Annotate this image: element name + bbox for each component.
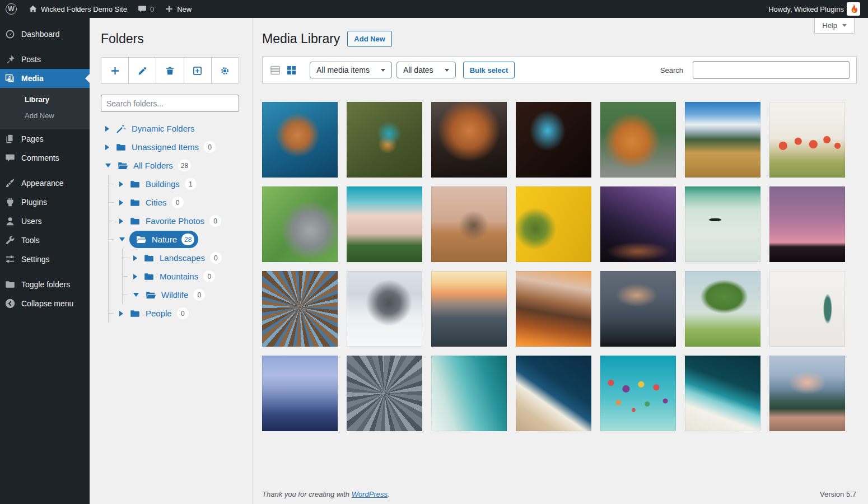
media-item-soaring-bird[interactable] [685,186,760,262]
media-item-blue-mountain-layers[interactable] [262,356,338,431]
sidebar-item-appearance[interactable]: Appearance [0,174,90,193]
media-item-ocean-shore-aerial[interactable] [516,356,591,431]
collapse-icon [4,298,16,309]
sidebar-item-pages[interactable]: Pages [0,129,90,148]
folder-node-nature[interactable]: Nature28 [101,230,252,249]
media-item-turquoise-wave[interactable] [431,356,507,431]
new-content-button[interactable]: New [161,0,195,18]
thanks-text: Thank you for creating with WordPress. [262,490,390,498]
folder-open-icon [117,160,128,171]
delete-folder-button[interactable] [156,58,184,83]
settings-icon [4,254,16,265]
date-filter[interactable]: All dates [396,62,456,78]
folder-settings-button[interactable] [212,58,239,83]
folder-node-buildings[interactable]: Buildings1 [101,175,252,193]
help-label: Help [822,21,837,30]
media-item-frosty-forest-aerial[interactable] [347,356,422,431]
expand-arrow-icon[interactable] [119,200,123,206]
tools-icon [4,235,16,246]
media-item-lone-tree[interactable] [685,271,760,347]
folder-node-wildlife[interactable]: Wildlife0 [101,286,252,304]
media-item-owl[interactable] [262,186,338,262]
folder-count-badge: 0 [209,215,221,227]
expand-arrow-icon[interactable] [119,181,123,187]
sidebar-item-tools[interactable]: Tools [0,231,90,250]
media-item-misty-fjord[interactable] [600,271,676,347]
media-item-beach-boat-aerial[interactable] [685,356,760,431]
home-icon [28,4,38,14]
sidebar-item-plugins[interactable]: Plugins [0,193,90,212]
list-view-icon[interactable] [269,64,281,76]
media-item-sea-turtle[interactable] [262,102,338,178]
media-item-canyon-river[interactable] [516,102,591,178]
media-item-pink-dusk[interactable] [769,186,845,262]
media-item-elephant[interactable] [431,186,507,262]
folder-node-cities[interactable]: Cities0 [101,193,252,212]
media-search-input[interactable] [693,61,850,79]
folder-node-dynamic-folders[interactable]: Dynamic Folders [101,119,252,138]
comments-shortcut[interactable]: 0 [134,0,157,18]
help-tab[interactable]: Help [814,18,855,34]
site-name-link[interactable]: Wicked Folders Demo Site [25,0,130,18]
folders-toolbar [101,57,239,84]
media-item-mountain-meadow[interactable] [685,102,760,178]
folder-node-mountains[interactable]: Mountains0 [101,267,252,286]
folders-panel-title: Folders [101,31,252,46]
folder-node-favorite-photos[interactable]: Favorite Photos0 [101,212,252,230]
media-item-sand-dune[interactable] [347,186,422,262]
sidebar-item-settings[interactable]: Settings [0,250,90,269]
folder-search-input[interactable] [101,95,239,112]
expand-arrow-icon[interactable] [105,126,109,132]
grid-view-icon[interactable] [286,64,297,76]
sidebar-item-collapse-menu[interactable]: Collapse menu [0,294,90,313]
sidebar-item-comments[interactable]: Comments [0,148,90,167]
sidebar-item-dashboard[interactable]: Dashboard [0,25,90,44]
media-item-orange-clouds[interactable] [516,271,591,347]
media-item-tiger[interactable] [600,102,676,178]
edit-folder-button[interactable] [129,58,156,83]
expand-arrow-icon[interactable] [133,274,137,279]
version-text: Version 5.7 [820,490,856,498]
media-item-fox[interactable] [431,102,507,178]
media-item-winter-forest-sunset[interactable] [431,271,507,347]
media-type-filter[interactable]: All media items [310,62,392,78]
media-item-hot-air-balloons[interactable] [600,356,676,431]
add-new-button[interactable]: Add New [347,31,392,47]
admin-sidebar: DashboardPostsMediaLibraryAdd NewPagesCo… [0,18,90,504]
add-folder-button[interactable] [101,58,129,83]
collapse-arrow-icon[interactable] [133,293,139,297]
expand-arrow-icon[interactable] [119,311,123,316]
wordpress-link[interactable]: WordPress [352,490,388,498]
wordpress-logo-icon[interactable]: W [6,3,17,15]
media-item-kingfisher[interactable] [347,102,422,178]
collapse-arrow-icon[interactable] [105,164,111,167]
folder-node-landscapes[interactable]: Landscapes0 [101,249,252,267]
media-item-sunflower[interactable] [516,186,591,262]
bulk-select-button[interactable]: Bulk select [463,62,515,78]
account-menu[interactable]: Howdy, Wicked Plugins [765,0,864,18]
expand-arrow-icon[interactable] [119,218,123,224]
expand-arrow-icon[interactable] [105,144,109,150]
media-item-poppy-field[interactable] [769,102,845,178]
media-toolbar: All media items All dates Bulk select Se… [262,57,857,83]
media-item-mountain-peak-clouds[interactable] [347,271,422,347]
sidebar-item-users[interactable]: Users [0,212,90,231]
sidebar-item-posts[interactable]: Posts [0,50,90,69]
folder-node-people[interactable]: People0 [101,304,252,323]
folder-node-unassigned-items[interactable]: Unassigned Items0 [101,138,252,156]
media-item-milky-way-church[interactable] [600,186,676,262]
sidebar-subitem-library[interactable]: Library [0,91,90,108]
sidebar-subitem-add-new[interactable]: Add New [0,108,90,124]
sidebar-submenu: LibraryAdd New [0,88,90,129]
media-item-yosemite-river[interactable] [769,356,845,431]
media-item-forest-canopy[interactable] [262,271,338,347]
collapse-arrow-icon[interactable] [119,237,125,241]
sidebar-item-media[interactable]: Media [0,69,90,88]
folder-icon [129,179,141,190]
sidebar-item-toggle-folders[interactable]: Toggle folders [0,275,90,294]
media-item-statue-of-liberty-fog[interactable] [769,271,845,347]
folder-node-all-folders[interactable]: All Folders28 [101,156,252,175]
expand-arrow-icon[interactable] [133,255,137,261]
folder-icon [129,197,141,208]
move-folder-button[interactable] [184,58,212,83]
